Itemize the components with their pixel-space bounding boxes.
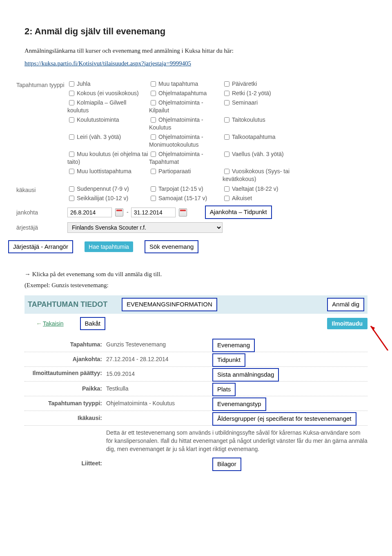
filter-option-label: Vaeltajat (18-22 v) (232, 185, 278, 192)
filter-checkbox[interactable] (69, 196, 74, 201)
event-field-list: Tapahtuma: Gunzis Testevenemang Eveneman… (24, 337, 368, 471)
filter-option-label: Ohjelmatapahtuma (158, 90, 207, 96)
register-button[interactable]: Ilmoittaudu (327, 318, 368, 329)
header-text: TAPAHTUMAN TIEDOT (28, 299, 118, 310)
filter-checkbox[interactable] (151, 81, 156, 87)
filter-checkbox[interactable] (224, 134, 229, 140)
age-group-label: käkausi (16, 185, 67, 194)
annotation-organizer: Järjestäjä - Arrangör (8, 240, 73, 254)
page-title: 2: Anmäl dig själv till evenemang (24, 25, 368, 38)
filter-checkbox[interactable] (151, 186, 156, 192)
field-value: Testkulla (106, 385, 128, 392)
filter-option-label: Ohjelmatoiminta - Koulutus (149, 116, 203, 131)
filter-option-label: Koulutustoiminta (77, 116, 119, 123)
example-line: (Exempel: Gunzis testevenemang: (24, 281, 368, 290)
filter-option-label: Talkootapahtuma (232, 134, 276, 140)
filter-option-label: Muu tapahtuma (158, 80, 198, 87)
annotation-back: Bakåt (80, 317, 105, 330)
field-deadline: Ilmoittautuminen päättyy: 15.09.2014 Sis… (24, 367, 368, 382)
filter-option-label: Muu luottistapahtuma (77, 168, 131, 174)
filter-option-label: Samoajat (15-17 v) (158, 195, 207, 201)
filter-checkbox[interactable] (224, 186, 229, 192)
back-link[interactable]: Takaisin (43, 319, 64, 328)
filter-checkbox[interactable] (151, 117, 156, 123)
filter-option-label: Vaellus (väh. 3 yötä) (232, 151, 284, 157)
filter-checkbox[interactable] (151, 91, 156, 96)
filter-option-label: Sudenpennut (7-9 v) (77, 185, 129, 192)
field-type: Tapahtuman tyyppi: Ohjelmatoiminta - Kou… (24, 396, 368, 411)
field-value: Gunzis Testevenemang (106, 341, 166, 348)
right-arrow-icon: → (24, 270, 31, 277)
filter-option-label: Juhla (77, 80, 90, 87)
filter-option-label: Tarpojat (12-15 v) (158, 185, 203, 192)
filter-checkbox[interactable] (69, 81, 74, 87)
filter-option-label: Päiväretki (232, 80, 257, 87)
red-arrow-icon (368, 322, 392, 351)
filter-checkbox[interactable] (224, 196, 229, 201)
filter-checkbox[interactable] (151, 100, 156, 105)
intro-text: Anmälningslänkarna till kurser och evene… (24, 46, 368, 56)
filter-checkbox[interactable] (69, 117, 74, 123)
search-events-button[interactable]: Hae tapahtumia (85, 241, 133, 252)
filter-checkbox[interactable] (224, 117, 229, 123)
field-value: 27.12.2014 - 28.12.2014 (106, 356, 169, 362)
annotation-register: Anmäl dig (327, 298, 364, 311)
filter-option-label: Leiri (väh. 3 yötä) (77, 134, 121, 140)
filter-checkbox[interactable] (224, 91, 229, 96)
svg-line-0 (371, 326, 388, 351)
svg-marker-1 (371, 326, 375, 331)
filter-checkbox[interactable] (224, 169, 229, 174)
filter-checkbox[interactable] (69, 152, 74, 157)
date-from-input[interactable] (67, 208, 112, 217)
filter-checkbox[interactable] (69, 100, 74, 105)
filter-option-label: Ohjelmatoiminta - Monimuotokoulutus (149, 134, 203, 148)
filter-checkbox[interactable] (69, 91, 74, 96)
filter-option-label: Ohjelmatoiminta - Tapahtumat (149, 151, 203, 165)
filter-checkbox[interactable] (69, 186, 74, 192)
organizer-label: ärjestäjä (16, 223, 67, 232)
annotation-place: Plats (212, 383, 236, 396)
filter-option-label: Kolmiapila – Gilwell koulutus (67, 99, 126, 114)
filter-checkbox[interactable] (224, 100, 229, 105)
filter-checkbox[interactable] (151, 134, 156, 140)
field-place: Paikka: Testkulla Plats (24, 382, 368, 396)
field-key: Paikka: (24, 384, 106, 393)
field-key: Ajankohta: (24, 355, 106, 364)
event-type-label: Tapahtuman tyyppi (16, 80, 67, 89)
filter-checkbox[interactable] (151, 152, 156, 157)
annotation-search: Sök evenemang (145, 240, 198, 254)
filter-option-label: Seikkailijat (10-12 v) (77, 195, 128, 201)
field-key: Ilmoittautuminen päättyy: (24, 370, 106, 377)
event-description: Detta är ett testevenemang som används i… (24, 426, 368, 456)
filter-checkbox[interactable] (224, 152, 229, 157)
filter-checkbox[interactable] (69, 134, 74, 140)
field-key: Liitteet: (24, 459, 106, 468)
calendar-icon[interactable] (115, 208, 123, 217)
annotation-event: Evenemang (212, 339, 255, 352)
filter-checkbox[interactable] (151, 196, 156, 201)
filter-checkbox[interactable] (151, 169, 156, 174)
organizer-select[interactable]: Finlands Svenska Scouter r.f. (67, 222, 223, 233)
calendar-icon[interactable] (179, 208, 187, 217)
annotation-attachments: Bilagor (212, 458, 241, 471)
registration-link[interactable]: https://kuksa.partio.fi/Kotisivut/tilais… (24, 60, 191, 67)
filter-option-label: Kokous (ei vuosikokous) (77, 90, 139, 96)
back-arrow-icon: ← (36, 319, 42, 328)
field-attachments: Liitteet: Bilagor (24, 456, 368, 471)
field-key: Ikäkausi: (24, 414, 106, 422)
field-agegroup: Ikäkausi: Åldersgrupper (ej specifierat … (24, 411, 368, 426)
age-group-options: Sudenpennut (7-9 v)Tarpojat (12-15 v)Vae… (67, 185, 368, 202)
filter-option-label: Retki (1-2 yötä) (232, 90, 271, 96)
field-event: Tapahtuma: Gunzis Testevenemang Eveneman… (24, 337, 368, 352)
date-sep: - (127, 208, 129, 217)
filter-option-label: Vuosikokous (Syys- tai kevätkokous) (223, 168, 290, 182)
filter-option-label: Aikuiset (232, 195, 252, 201)
filter-option-label: Muu koulutus (ei ohjelma tai taito) (67, 151, 148, 165)
filter-checkbox[interactable] (69, 169, 74, 174)
filter-checkbox[interactable] (224, 81, 229, 87)
event-type-options: JuhlaMuu tapahtumaPäiväretkiKokous (ei v… (67, 80, 368, 183)
filter-option-label: Partioparaati (158, 168, 191, 174)
field-value: Ohjelmatoiminta - Koulutus (106, 400, 175, 406)
date-to-input[interactable] (131, 208, 176, 217)
annotation-type: Evenemangstyp (212, 397, 266, 411)
